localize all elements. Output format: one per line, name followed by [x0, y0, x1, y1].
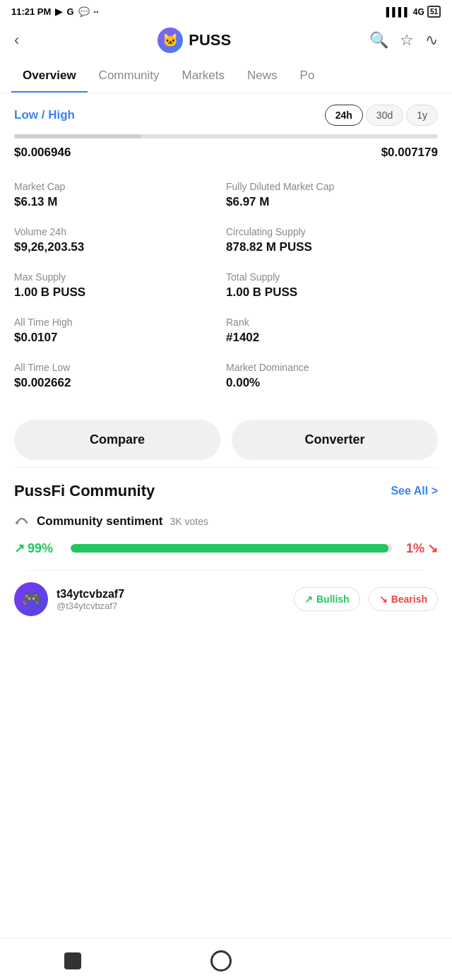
user-handle: @t34ytcvbzaf7 [56, 601, 124, 611]
battery-icon: 51 [427, 6, 441, 18]
sentiment-icon [14, 512, 30, 531]
bearish-arrow-icon: ↘ [379, 594, 388, 605]
status-g-icon: G [66, 6, 73, 17]
price-high: $0.007179 [381, 146, 438, 160]
low-high-section: Low / High 24h 30d 1y $0.006946 $0.00717… [0, 93, 452, 165]
stat-all-time-low: All Time Low $0.002662 [14, 353, 226, 399]
see-all-link[interactable]: See All > [391, 485, 438, 497]
down-arrow-icon: ↘ [427, 541, 438, 556]
time-buttons: 24h 30d 1y [325, 105, 438, 126]
vote-buttons: ↗ Bullish ↘ Bearish [294, 587, 438, 611]
price-range-bar [14, 134, 438, 138]
stat-total-supply: Total Supply 1.00 B PUSS [226, 263, 438, 308]
signal-icon: ▌▌▌▌ [386, 7, 410, 17]
tab-community[interactable]: Community [88, 60, 171, 93]
network-type: 4G [413, 7, 424, 17]
avatar: 🎮 [14, 582, 48, 616]
tabs-bar: Overview Community Markets News Po [0, 60, 452, 93]
user-info: t34ytcvbzaf7 @t34ytcvbzaf7 [56, 588, 124, 611]
coin-emoji: 🐱 [162, 33, 178, 48]
status-youtube-icon: ▶ [55, 6, 62, 17]
status-time: 11:21 PM [11, 6, 51, 17]
vote-fill [71, 544, 388, 553]
stat-circulating-supply: Circulating Supply 878.82 M PUSS [226, 218, 438, 263]
svg-point-0 [16, 521, 18, 524]
time-btn-1y[interactable]: 1y [406, 105, 438, 126]
converter-button[interactable]: Converter [232, 420, 438, 460]
status-dots: ·· [94, 6, 99, 17]
up-arrow-icon: ↗ [14, 541, 25, 556]
price-low: $0.006946 [14, 146, 71, 160]
user-card: 🎮 t34ytcvbzaf7 @t34ytcvbzaf7 ↗ Bullish ↘… [14, 571, 438, 627]
tab-overview[interactable]: Overview [11, 60, 88, 93]
sentiment-row: Community sentiment 3K votes [14, 512, 438, 531]
low-high-label: Low / High [14, 108, 75, 122]
stat-all-time-high: All Time High $0.0107 [14, 308, 226, 353]
price-range-fill [14, 134, 141, 138]
nav-bar [0, 938, 452, 980]
bearish-button[interactable]: ↘ Bearish [369, 587, 438, 611]
coin-title: PUSS [189, 31, 231, 49]
sentiment-label: Community sentiment [37, 514, 163, 529]
bullish-arrow-icon: ↗ [304, 594, 313, 605]
stats-grid: Market Cap $6.13 M Fully Diluted Market … [0, 165, 452, 406]
bearish-percentage: 1% ↘ [399, 541, 438, 556]
action-buttons: Compare Converter [0, 406, 452, 467]
community-section: PussFi Community See All > Community sen… [0, 468, 452, 634]
status-right: ▌▌▌▌ 4G 51 [386, 6, 441, 18]
search-icon[interactable]: 🔍 [369, 31, 388, 49]
bottom-spacer [0, 634, 452, 684]
nav-square-icon[interactable] [64, 952, 81, 969]
share-icon[interactable]: ∿ [425, 31, 438, 49]
username: t34ytcvbzaf7 [56, 588, 124, 601]
star-icon[interactable]: ☆ [400, 31, 414, 49]
header: ‹ 🐱 PUSS 🔍 ☆ ∿ [0, 20, 452, 60]
header-icons: 🔍 ☆ ∿ [369, 31, 438, 49]
status-msg-icon: 💬 [78, 6, 90, 17]
status-bar: 11:21 PM ▶ G 💬 ·· ▌▌▌▌ 4G 51 [0, 0, 452, 20]
time-btn-24h[interactable]: 24h [325, 105, 363, 126]
low-high-header: Low / High 24h 30d 1y [14, 105, 438, 126]
stat-fully-diluted: Fully Diluted Market Cap $6.97 M [226, 172, 438, 218]
header-center: 🐱 PUSS [157, 28, 231, 53]
tab-news[interactable]: News [236, 60, 289, 93]
back-button[interactable]: ‹ [14, 31, 19, 49]
user-left: 🎮 t34ytcvbzaf7 @t34ytcvbzaf7 [14, 582, 124, 616]
bullish-button[interactable]: ↗ Bullish [294, 587, 360, 611]
avatar-emoji: 🎮 [22, 590, 41, 608]
price-row: $0.006946 $0.007179 [14, 146, 438, 160]
community-header: PussFi Community See All > [14, 482, 438, 500]
stat-market-cap: Market Cap $6.13 M [14, 172, 226, 218]
coin-logo: 🐱 [157, 28, 183, 53]
bullish-percentage: ↗ 99% [14, 541, 64, 556]
compare-button[interactable]: Compare [14, 420, 220, 460]
stat-rank: Rank #1402 [226, 308, 438, 353]
stat-max-supply: Max Supply 1.00 B PUSS [14, 263, 226, 308]
vote-bar-row: ↗ 99% 1% ↘ [14, 541, 438, 556]
votes-count: 3K votes [170, 516, 208, 527]
tab-po[interactable]: Po [289, 60, 326, 93]
status-left: 11:21 PM ▶ G 💬 ·· [11, 6, 99, 17]
vote-bar [71, 544, 392, 553]
stat-volume-24h: Volume 24h $9,26,203.53 [14, 218, 226, 263]
tab-markets[interactable]: Markets [171, 60, 236, 93]
community-title: PussFi Community [14, 482, 155, 500]
nav-circle-icon[interactable] [210, 950, 232, 972]
stat-market-dominance: Market Dominance 0.00% [226, 353, 438, 399]
time-btn-30d[interactable]: 30d [366, 105, 403, 126]
